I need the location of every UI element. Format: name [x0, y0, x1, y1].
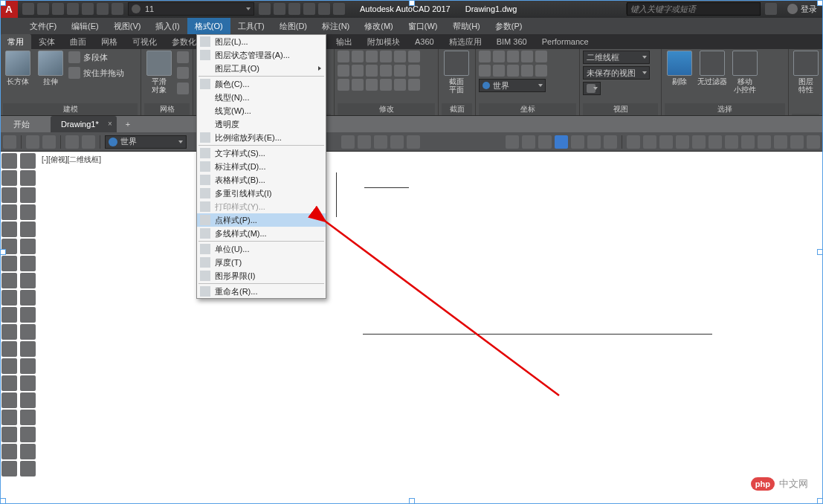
visualstyle-combo[interactable]: 二维线框	[583, 51, 650, 64]
vtool-icon[interactable]	[1, 427, 17, 442]
menu-item[interactable]: 多线样式(M)...	[197, 227, 326, 240]
vtool-icon[interactable]	[20, 239, 36, 254]
vtool-icon[interactable]	[1, 204, 17, 220]
vtool-icon[interactable]	[1, 239, 17, 254]
qat-misc1-icon[interactable]	[288, 3, 300, 15]
ucs-ico[interactable]	[493, 51, 505, 62]
modify-ico[interactable]	[394, 79, 406, 91]
tool-icon[interactable]	[643, 135, 656, 149]
menu-item[interactable]: 重命名(R)...	[197, 285, 326, 298]
menu-编辑[interactable]: 编辑(E)	[64, 18, 106, 34]
qat-misc3-icon[interactable]	[318, 3, 330, 15]
qat-cloud-icon[interactable]	[274, 3, 285, 15]
vs-xray-icon[interactable]	[587, 135, 601, 149]
vtool-icon[interactable]	[1, 170, 17, 186]
savedview-combo[interactable]: 未保存的视图	[583, 66, 650, 80]
ucs-ico[interactable]	[521, 51, 533, 62]
menu-格式[interactable]: 格式(O)	[187, 18, 230, 34]
vtool-icon[interactable]	[20, 410, 36, 425]
tool-icon[interactable]	[807, 135, 820, 149]
box-button[interactable]: 长方体	[3, 51, 33, 85]
ribbon-tab-4[interactable]: 可视化	[125, 34, 164, 49]
ucs-ico[interactable]	[507, 51, 519, 62]
vtool-icon[interactable]	[1, 273, 17, 288]
vs-sketch-icon[interactable]	[604, 135, 617, 149]
qat-undo-icon[interactable]	[97, 3, 109, 15]
vs-real-icon[interactable]	[555, 135, 568, 149]
mesh-ico3[interactable]	[177, 83, 189, 94]
modify-ico[interactable]	[352, 79, 364, 91]
section-button[interactable]: 截面 平面	[442, 51, 471, 94]
nav-icon[interactable]	[42, 135, 56, 149]
tool-icon[interactable]	[790, 135, 804, 149]
ucs-ico[interactable]	[493, 65, 505, 77]
nav-icon[interactable]	[26, 135, 39, 149]
menu-item[interactable]: 点样式(P)...	[197, 213, 326, 227]
vtool-icon[interactable]	[20, 324, 36, 340]
viewport-toggle[interactable]	[583, 82, 601, 95]
modify-ico[interactable]	[352, 51, 364, 62]
ribbon-tab-12[interactable]: A360	[407, 34, 442, 49]
ucs-ico[interactable]	[479, 51, 491, 62]
modify-ico[interactable]	[366, 79, 378, 91]
vs-hidden-icon[interactable]	[522, 135, 535, 149]
ucs-ico[interactable]	[535, 65, 547, 77]
menu-item[interactable]: 多重引线样式(I)	[197, 187, 326, 200]
vtool-icon[interactable]	[1, 187, 17, 203]
snap-icon[interactable]	[358, 135, 371, 149]
tool-icon[interactable]	[725, 135, 738, 149]
vtool-icon[interactable]	[1, 153, 17, 169]
vtool-icon[interactable]	[1, 256, 17, 271]
vtool-icon[interactable]	[20, 222, 36, 237]
add-tab-button[interactable]: +	[120, 116, 136, 132]
presspull-button[interactable]: 按住并拖动	[68, 66, 124, 80]
nav-icon[interactable]	[3, 135, 16, 149]
mesh-ico2[interactable]	[177, 67, 189, 79]
login-button[interactable]: 登录	[787, 4, 817, 15]
vtool-icon[interactable]	[1, 375, 17, 391]
vtool-icon[interactable]	[20, 358, 36, 374]
panel-label-ucs[interactable]: 坐标	[479, 103, 576, 115]
panel-label-mesh[interactable]: 网格	[144, 103, 190, 115]
close-icon[interactable]: ×	[108, 120, 112, 128]
menu-item[interactable]: 比例缩放列表(E)...	[197, 131, 326, 144]
modify-ico[interactable]	[352, 65, 364, 77]
menu-修改[interactable]: 修改(M)	[357, 18, 401, 34]
ribbon-tab-13[interactable]: 精选应用	[442, 34, 489, 49]
qat-share-icon[interactable]	[259, 3, 271, 15]
qat-open-icon[interactable]	[37, 3, 49, 15]
nofilter-button[interactable]: 无过滤器	[697, 51, 727, 85]
gizmo-button[interactable]: 移动 小控件	[730, 51, 760, 94]
tool-icon[interactable]	[627, 135, 640, 149]
menu-item[interactable]: 图形界限(I)	[197, 269, 326, 282]
modify-ico[interactable]	[338, 65, 349, 77]
menu-文件[interactable]: 文件(F)	[22, 18, 64, 34]
vtool-icon[interactable]	[20, 375, 36, 391]
menu-参数[interactable]: 参数(P)	[488, 18, 530, 34]
tool-icon[interactable]	[758, 135, 771, 149]
tool-icon[interactable]	[709, 135, 722, 149]
vtool-icon[interactable]	[1, 392, 17, 408]
vtool-icon[interactable]	[20, 461, 36, 476]
menu-item[interactable]: 图层状态管理器(A)...	[197, 48, 326, 62]
ribbon-tab-10[interactable]: 输出	[329, 34, 360, 49]
modify-ico[interactable]	[380, 79, 392, 91]
menu-item[interactable]: 表格样式(B)...	[197, 173, 326, 187]
panel-label-section[interactable]: 截面	[442, 103, 472, 115]
menu-item[interactable]: 单位(U)...	[197, 242, 326, 256]
snap-icon[interactable]	[341, 135, 355, 149]
qat-saveas-icon[interactable]	[67, 3, 79, 15]
menu-绘图[interactable]: 绘图(D)	[272, 18, 314, 34]
layerprops-button[interactable]: 图层 特性	[792, 51, 819, 94]
menu-item[interactable]: 线型(N)...	[197, 91, 326, 104]
doc-tab-0[interactable]: 开始	[3, 116, 48, 132]
menu-item[interactable]: 颜色(C)...	[197, 77, 326, 91]
menu-标注[interactable]: 标注(N)	[314, 18, 357, 34]
vtool-icon[interactable]	[1, 358, 17, 374]
vtool-icon[interactable]	[20, 153, 36, 169]
camera-icon[interactable]	[390, 135, 404, 149]
modify-ico[interactable]	[408, 65, 420, 77]
vtool-icon[interactable]	[1, 410, 17, 425]
vtool-icon[interactable]	[20, 444, 36, 459]
ucs-combo[interactable]: 世界	[479, 79, 546, 92]
